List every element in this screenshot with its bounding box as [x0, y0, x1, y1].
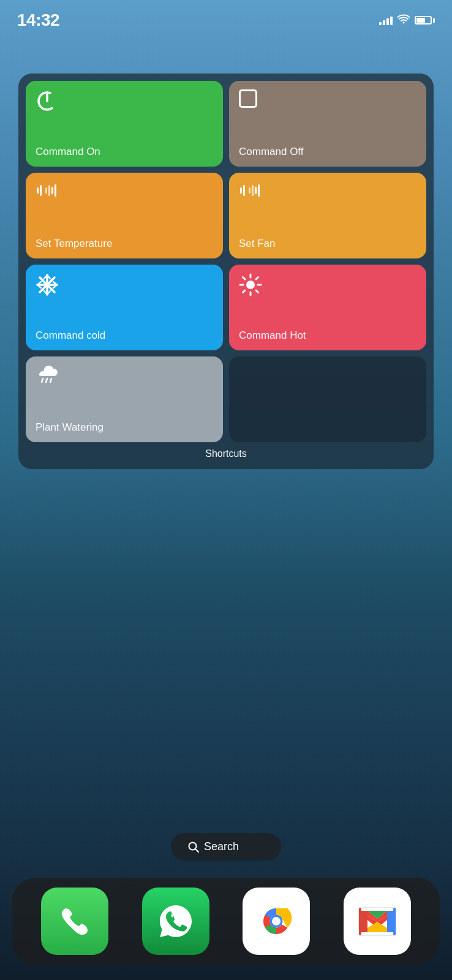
svg-line-31 [243, 277, 246, 280]
sun-icon [239, 273, 416, 300]
phone-app[interactable] [41, 888, 108, 955]
dock [12, 878, 440, 965]
command-on-label: Command On [36, 146, 213, 158]
widget-title: Shortcuts [26, 448, 426, 462]
chrome-icon [255, 900, 298, 943]
svg-rect-44 [359, 908, 361, 935]
set-temperature-label: Set Temperature [36, 238, 213, 250]
square-icon [239, 89, 416, 108]
svg-point-26 [246, 281, 255, 289]
signal-icon [379, 15, 393, 25]
cloud-rain-icon [36, 365, 213, 389]
svg-line-35 [42, 379, 43, 382]
svg-rect-10 [249, 187, 250, 194]
status-icons [379, 14, 435, 27]
svg-rect-12 [255, 187, 257, 194]
search-bar[interactable]: Search [171, 833, 281, 861]
empty-cell [229, 356, 426, 442]
svg-rect-45 [393, 908, 396, 935]
svg-line-34 [243, 290, 246, 293]
svg-rect-2 [37, 187, 39, 194]
svg-rect-7 [55, 184, 56, 197]
shortcuts-widget: Command On Command Off Set Temperat [18, 74, 434, 469]
vibrate-temperature-icon [36, 181, 213, 203]
whatsapp-icon [157, 902, 195, 940]
plant-watering-button[interactable]: Plant Watering [26, 356, 223, 442]
svg-rect-4 [45, 187, 47, 194]
svg-line-36 [46, 379, 47, 382]
svg-line-33 [256, 277, 258, 280]
gmail-app[interactable] [344, 888, 411, 955]
widget-grid: Command On Command Off Set Temperat [26, 81, 426, 442]
svg-rect-11 [252, 185, 254, 196]
status-time: 14:32 [17, 10, 59, 30]
chrome-app[interactable] [243, 888, 310, 955]
vibrate-fan-icon [239, 181, 416, 203]
svg-rect-9 [243, 185, 245, 196]
command-off-label: Command Off [239, 146, 416, 158]
plant-watering-label: Plant Watering [36, 421, 213, 434]
snowflake-icon [36, 273, 213, 300]
command-hot-button[interactable]: Command Hot [229, 265, 426, 350]
status-bar: 14:32 [0, 0, 452, 33]
gmail-icon [356, 905, 399, 938]
svg-rect-8 [240, 187, 242, 194]
phone-icon [57, 903, 92, 939]
svg-point-42 [272, 917, 281, 925]
search-icon [188, 842, 199, 853]
svg-line-39 [195, 849, 198, 852]
search-label: Search [204, 840, 239, 853]
svg-rect-6 [51, 187, 53, 194]
command-hot-label: Command Hot [239, 330, 416, 342]
svg-line-32 [256, 290, 258, 293]
svg-line-37 [50, 379, 51, 382]
wifi-icon [397, 14, 410, 27]
set-fan-button[interactable]: Set Fan [229, 173, 426, 258]
svg-rect-5 [48, 185, 50, 196]
command-on-button[interactable]: Command On [26, 81, 223, 167]
power-icon [36, 89, 213, 116]
command-cold-button[interactable]: Command cold [26, 265, 223, 350]
command-off-button[interactable]: Command Off [229, 81, 426, 167]
whatsapp-app[interactable] [142, 888, 209, 955]
svg-rect-13 [258, 184, 260, 197]
set-fan-label: Set Fan [239, 238, 416, 250]
set-temperature-button[interactable]: Set Temperature [26, 173, 223, 258]
command-cold-label: Command cold [36, 330, 213, 342]
battery-icon [415, 16, 435, 24]
svg-rect-3 [40, 185, 42, 196]
